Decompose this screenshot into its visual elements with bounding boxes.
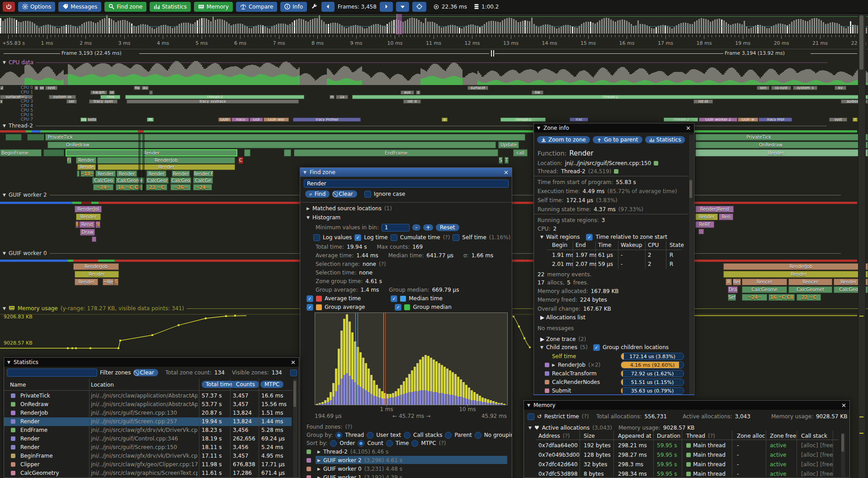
cpu-zone[interactable]: M [147,118,154,122]
statistics-scrollbar[interactable] [292,379,298,478]
cpu-zone[interactable]: GUIF wor [264,118,289,122]
matched-source-locations[interactable]: Matched source locations [312,205,382,212]
cpu-zone[interactable]: se [109,90,115,95]
wait-regions-label[interactable]: Wait regions [546,234,580,240]
find-zone-button[interactable]: Find zone [104,2,146,12]
timeline-zone[interactable]: Sef [728,294,736,301]
cpu-zone[interactable]: f [853,118,858,122]
cpu-zone[interactable]: Thread-2 [125,95,304,99]
timeline-zone[interactable]: Render [75,271,119,278]
cpu-zone[interactable]: kw.gm [90,90,107,95]
cpu-zone[interactable]: system_s [793,86,817,90]
legend-checkbox[interactable]: ✓ [307,304,313,311]
found-zone-row[interactable]: ▶GUIF worker 2(3,296) 4.61 s [307,457,402,464]
section-header-cpu-data[interactable]: ▼CPU data [3,59,856,66]
expand-icon[interactable]: ▶ [552,363,555,367]
memory-column-header[interactable]: Zone free [770,432,796,440]
allocation-row[interactable]: 0x7dfc53d8988 bytes298.34 ms59.95 sMain … [524,470,840,478]
filter-zones-input[interactable] [7,369,97,377]
timeline-zone[interactable]: ~Re [103,279,114,285]
left-button[interactable] [321,2,335,12]
cpu-zone[interactable]: au [142,86,149,90]
timeline-zone[interactable]: ~24~ [742,294,767,301]
source-location[interactable]: jni/../jni/src/guif/Screen.cpp:150 [565,160,651,166]
timeline-zone[interactable] [284,149,291,156]
timeline-zone[interactable]: Render [723,271,868,278]
timeline-zone[interactable]: RenderJol [75,206,102,213]
wrench-button[interactable] [310,2,318,12]
child-zone-row[interactable]: ▶RenderJob(×2)4.16 ms (92.60%) [545,361,600,369]
timeline-zone[interactable]: Render [76,213,101,220]
close-icon[interactable]: ✕ [504,169,509,176]
memory-column-header[interactable]: Zone alloc [737,432,765,440]
timeline-zone[interactable]: ~26~ [170,184,191,190]
timeline-zone[interactable]: 5 [114,279,118,285]
column-mtpc-button[interactable]: MTPC [260,381,283,388]
time-relative-checkbox[interactable]: ✓ [586,234,593,241]
timeline-zone[interactable]: C [238,157,243,164]
clear-button[interactable]: ⃠Clear [332,190,357,198]
collapse-icon[interactable]: ▼ [527,403,530,407]
cpu-zone[interactable]: Thread-2 [664,118,698,122]
statistics-titlebar[interactable]: ▼ Statistics ✕ [4,358,299,367]
timeline-zone[interactable]: F( [67,157,71,164]
option-checkbox-log-time[interactable]: ✓ [354,234,361,241]
expand-icon[interactable]: ▶ [317,467,321,471]
close-icon[interactable]: ✕ [291,359,296,366]
collapse-icon[interactable]: ▼ [307,215,310,220]
time-ruler[interactable]: +55.83 s1 ms2 ms3 ms4 ms5 ms6 ms7 ms8 ms… [0,35,868,49]
timeline-zone[interactable]: Rende [77,164,96,170]
cpu-zone[interactable]: a [442,118,448,122]
timeline-zone[interactable]: 9 [95,221,100,228]
expand-icon[interactable]: ▶ [317,450,321,454]
radio-call-stacks[interactable] [404,432,410,439]
cpu-zone[interactable]: GUIF w [738,118,758,122]
cpu-zone[interactable]: ss-syst [771,86,791,90]
section-header-thread-2[interactable]: ▼Thread-2 [3,123,856,129]
allocation-row[interactable]: 0x7dfaa64e00192 bytes298.21 ms59.95 sMai… [524,441,840,450]
table-row[interactable]: Renderjni/../jni/src/guif/Control.cpp:34… [4,435,292,443]
cpu-zone[interactable]: Tracy [231,118,249,122]
radio-no-grouping[interactable] [475,432,481,439]
timeline-zone[interactable]: Render [695,213,718,220]
timeline-zone[interactable]: Render [95,170,116,177]
cpu-zone[interactable]: x [0,99,3,104]
table-row[interactable]: EndFramejni/../jni/src/claw/gfx/drv/vk/D… [4,426,292,435]
cpu-zone[interactable]: Tracy Profiler [293,118,361,122]
timeline-zone[interactable] [244,149,250,156]
column-name[interactable]: Name [10,382,26,388]
cpu-zone[interactable]: Thread-2 [500,118,546,122]
timeline-zone[interactable]: RenderJob [73,263,119,270]
power-button[interactable] [3,2,15,12]
info-button[interactable]: Info [280,2,307,12]
timeline-zone[interactable]: RenderJRend [695,206,734,213]
cpu-zone[interactable]: m [330,95,335,99]
timeline-zone[interactable]: ~24~ [93,184,113,190]
find-button[interactable]: ⌕Find [305,190,330,198]
cpu-zone[interactable] [149,90,153,95]
memory-column-header[interactable]: Thread(?) [686,432,715,440]
collapse-icon[interactable]: ▼ [540,345,543,350]
timeline-zone[interactable]: ~18~ [80,170,94,177]
cpu-zone[interactable]: 1a [336,95,348,99]
timeline-zone[interactable] [5,134,22,141]
table-row[interactable]: BeginFramejni/../jni/src/claw/gfx/drv/vk… [4,452,292,460]
cpu-zone[interactable]: sen [757,86,769,90]
memory-column-header[interactable]: Size [584,432,595,440]
timeline-zone[interactable]: Update [498,142,519,148]
memory-column-header[interactable]: Address(?) [538,432,570,440]
cpu-zone[interactable]: ser [66,99,77,104]
cpu-zone[interactable]: surfacef [467,86,488,90]
timeline-zone[interactable]: Render [98,164,235,170]
timeline-zone[interactable]: CalcGeome [742,286,787,293]
cpu-zone[interactable]: syst [45,86,57,90]
memory-scrollbar[interactable] [840,432,846,478]
main-scrollbar[interactable] [858,14,866,478]
memory-titlebar[interactable]: ▼ Memory ✕ [524,401,849,410]
timeline-zone[interactable] [43,149,64,156]
cpu-zone[interactable]: Tracy Prof [759,118,792,122]
timeline-zone[interactable]: RenderJob [97,157,235,164]
active-allocations-label[interactable]: Active allocations [542,425,590,431]
memory-column-header[interactable]: Call stack [801,432,827,440]
timeline-zone[interactable]: CalcGe [193,177,213,184]
